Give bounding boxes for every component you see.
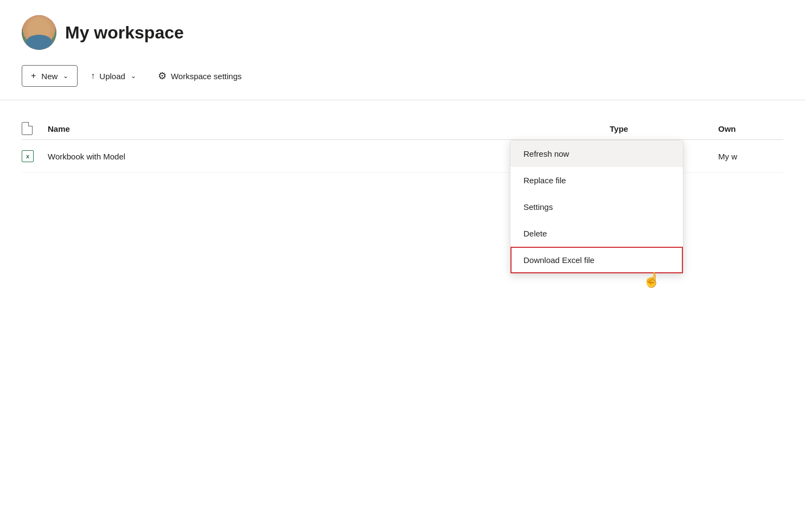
upload-button[interactable]: ↑ Upload ⌄ bbox=[82, 65, 145, 87]
table-section: Name Type Own x Workbook with Model ··· … bbox=[0, 100, 805, 173]
row-icon-col: x bbox=[22, 150, 48, 162]
table-row: x Workbook with Model ··· Workbook My w … bbox=[22, 140, 783, 173]
main-content: My workspace + New ⌄ ↑ Upload ⌄ ⚙ Worksp… bbox=[0, 0, 805, 532]
workspace-settings-button[interactable]: ⚙ Workspace settings bbox=[149, 65, 251, 87]
row-owner: My w bbox=[718, 152, 783, 161]
chevron-down-icon: ⌄ bbox=[63, 72, 68, 80]
upload-chevron-icon: ⌄ bbox=[131, 72, 136, 80]
gear-icon: ⚙ bbox=[158, 70, 167, 82]
context-menu-replace-file[interactable]: Replace file bbox=[510, 167, 683, 194]
toolbar: + New ⌄ ↑ Upload ⌄ ⚙ Workspace settings bbox=[22, 65, 783, 89]
column-owner-header: Own bbox=[718, 124, 783, 133]
context-menu-download-excel[interactable]: Download Excel file ☝ bbox=[510, 247, 683, 273]
upload-label: Upload bbox=[99, 72, 125, 81]
excel-icon: x bbox=[22, 150, 34, 162]
avatar bbox=[22, 15, 56, 50]
cursor-hand-icon: ☝ bbox=[643, 272, 660, 289]
workspace-title-row: My workspace bbox=[22, 15, 783, 50]
table-header: Name Type Own bbox=[22, 118, 783, 140]
doc-icon bbox=[22, 122, 33, 135]
workspace-settings-label: Workspace settings bbox=[171, 72, 242, 81]
column-name-header: Name bbox=[48, 124, 577, 133]
context-menu-refresh-now[interactable]: Refresh now bbox=[510, 140, 683, 167]
context-menu-delete[interactable]: Delete bbox=[510, 220, 683, 247]
upload-arrow-icon: ↑ bbox=[91, 71, 95, 81]
column-type-header: Type bbox=[610, 124, 718, 133]
plus-icon: + bbox=[31, 71, 36, 81]
page-title: My workspace bbox=[65, 23, 184, 43]
context-menu-settings[interactable]: Settings bbox=[510, 194, 683, 220]
header: My workspace + New ⌄ ↑ Upload ⌄ ⚙ Worksp… bbox=[0, 0, 805, 100]
context-menu: Refresh now Replace file Settings Delete… bbox=[510, 140, 683, 274]
new-label: New bbox=[41, 72, 58, 81]
new-button[interactable]: + New ⌄ bbox=[22, 65, 78, 87]
header-icon-col bbox=[22, 122, 48, 135]
